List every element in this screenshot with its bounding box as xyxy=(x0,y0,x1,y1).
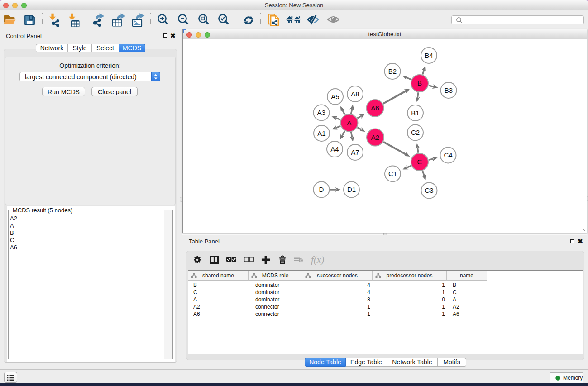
svg-text:A: A xyxy=(347,119,351,127)
svg-text:A7: A7 xyxy=(351,148,359,156)
svg-text:C3: C3 xyxy=(425,186,433,194)
svg-text:A4: A4 xyxy=(330,145,339,153)
svg-text:A5: A5 xyxy=(331,93,339,100)
svg-text:A6: A6 xyxy=(371,104,379,112)
svg-text:B3: B3 xyxy=(445,86,453,94)
svg-text:C4: C4 xyxy=(444,151,452,159)
svg-text:B: B xyxy=(417,79,422,87)
svg-text:B4: B4 xyxy=(425,52,433,59)
svg-text:C: C xyxy=(417,158,422,166)
svg-text:D1: D1 xyxy=(347,186,356,193)
svg-text:A8: A8 xyxy=(351,90,359,98)
svg-text:A3: A3 xyxy=(317,109,325,116)
svg-text:C2: C2 xyxy=(411,129,420,136)
svg-text:B1: B1 xyxy=(411,109,419,117)
svg-text:B2: B2 xyxy=(388,67,397,75)
svg-text:A2: A2 xyxy=(371,133,379,141)
svg-text:A1: A1 xyxy=(317,129,325,137)
svg-text:C1: C1 xyxy=(388,170,397,177)
svg-text:D: D xyxy=(319,186,324,193)
